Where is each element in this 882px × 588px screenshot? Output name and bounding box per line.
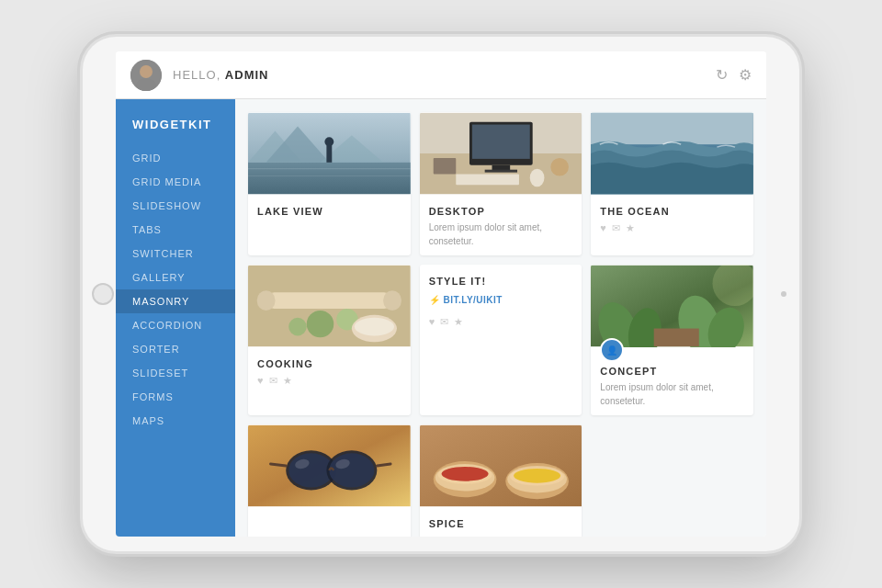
svg-rect-27 — [383, 290, 401, 311]
spice-title: SPICE — [429, 518, 573, 529]
svg-line-46 — [377, 464, 390, 466]
cooking-comment-icon[interactable]: ✉ — [269, 375, 277, 387]
sidebar: WIDGETKIT GRID GRID MEDIA SLIDESHOW TABS… — [116, 99, 235, 537]
cooking-card-body: COOKING ♥ ✉ ★ — [248, 351, 411, 394]
svg-point-44 — [329, 453, 374, 487]
style-it-actions: ♥ ✉ ★ — [429, 316, 573, 328]
card-cooking: COOKING ♥ ✉ ★ — [248, 265, 411, 415]
ocean-star-icon[interactable]: ★ — [626, 222, 635, 234]
ocean-actions: ♥ ✉ ★ — [600, 222, 744, 234]
concept-text: Lorem ipsum dolor sit amet, consetetur. — [600, 380, 744, 408]
style-star-icon[interactable]: ★ — [454, 316, 463, 328]
card-desktop: DESKTOP Lorem ipsum dolor sit amet, cons… — [420, 112, 582, 255]
avatar — [130, 60, 162, 91]
ocean-comment-icon[interactable]: ✉ — [612, 222, 620, 234]
cooking-title: COOKING — [257, 358, 401, 369]
masonry-grid: LAKE VIEW — [248, 112, 753, 537]
svg-rect-4 — [248, 163, 411, 194]
sidebar-item-slideshow[interactable]: SLIDESHOW — [116, 194, 235, 218]
svg-point-28 — [307, 311, 334, 337]
svg-point-30 — [288, 318, 307, 336]
svg-rect-38 — [654, 329, 699, 347]
svg-line-45 — [271, 464, 287, 466]
svg-point-1 — [140, 65, 153, 78]
style-it-card-body: STYLE IT! ⚡ BIT.LY/UIKIT ♥ ✉ ★ — [420, 265, 582, 339]
svg-rect-8 — [326, 144, 332, 163]
lake-view-card-body: LAKE VIEW — [248, 198, 411, 228]
card-sunglasses — [248, 424, 411, 537]
sidebar-item-switcher[interactable]: SWITCHER — [116, 242, 235, 266]
card-concept: 👤 CONCEPT Lorem ipsum dolor sit amet, co… — [591, 265, 753, 415]
card-ocean: THE OCEAN ♥ ✉ ★ — [591, 112, 753, 255]
sidebar-item-gallery[interactable]: GALLERY — [116, 266, 235, 289]
greeting-text: HELLO, ADMIN — [173, 68, 268, 82]
content-area: LAKE VIEW — [235, 99, 766, 537]
tablet-frame: HELLO, ADMIN ↻ ⚙ WIDGETKIT GRID GRID MED… — [83, 37, 799, 551]
main: WIDGETKIT GRID GRID MEDIA SLIDESHOW TABS… — [116, 99, 766, 537]
style-comment-icon[interactable]: ✉ — [440, 316, 448, 328]
settings-icon[interactable]: ⚙ — [739, 66, 752, 84]
svg-point-32 — [355, 318, 394, 336]
sidebar-item-accordion[interactable]: ACCORDION — [116, 313, 235, 337]
cooking-actions: ♥ ✉ ★ — [257, 375, 401, 387]
card-style-it: STYLE IT! ⚡ BIT.LY/UIKIT ♥ ✉ ★ — [420, 265, 582, 415]
lake-view-title: LAKE VIEW — [257, 206, 401, 217]
ocean-heart-icon[interactable]: ♥ — [600, 222, 606, 234]
style-heart-icon[interactable]: ♥ — [429, 316, 435, 328]
cooking-heart-icon[interactable]: ♥ — [257, 375, 264, 387]
svg-point-19 — [529, 169, 544, 187]
desktop-card-body: DESKTOP Lorem ipsum dolor sit amet, cons… — [420, 198, 582, 255]
svg-point-57 — [514, 469, 560, 483]
style-it-link[interactable]: ⚡ BIT.LY/UIKIT — [429, 295, 503, 305]
ocean-card-body: THE OCEAN ♥ ✉ ★ — [591, 198, 753, 242]
style-it-title: STYLE IT! — [429, 276, 573, 287]
screen: HELLO, ADMIN ↻ ⚙ WIDGETKIT GRID GRID MED… — [116, 51, 766, 537]
sidebar-item-tabs[interactable]: TABS — [116, 218, 235, 242]
header-left: HELLO, ADMIN — [130, 60, 716, 91]
svg-rect-20 — [433, 158, 456, 175]
sidebar-item-grid-media[interactable]: GRID MEDIA — [116, 170, 235, 194]
svg-point-53 — [441, 467, 488, 481]
svg-rect-17 — [484, 170, 516, 173]
sidebar-title: WIDGETKIT — [116, 110, 235, 146]
svg-rect-15 — [472, 125, 530, 159]
sidebar-item-grid[interactable]: GRID — [116, 146, 235, 170]
svg-rect-26 — [257, 290, 276, 311]
desktop-text: Lorem ipsum dolor sit amet, consetetur. — [429, 220, 573, 248]
refresh-icon[interactable]: ↻ — [716, 66, 728, 84]
desktop-title: DESKTOP — [429, 206, 573, 217]
sidebar-item-sorter[interactable]: SORTER — [116, 337, 235, 361]
svg-point-21 — [550, 158, 569, 176]
header-icons: ↻ ⚙ — [716, 66, 752, 84]
card-lake-view: LAKE VIEW — [248, 112, 411, 255]
sidebar-item-slideset[interactable]: SLIDESET — [116, 361, 235, 385]
spice-card-body: SPICE — [420, 511, 582, 537]
concept-title: CONCEPT — [600, 366, 744, 377]
cooking-star-icon[interactable]: ★ — [283, 375, 292, 387]
svg-rect-18 — [456, 175, 519, 186]
header: HELLO, ADMIN ↻ ⚙ — [116, 51, 766, 99]
sidebar-item-forms[interactable]: FORMS — [116, 385, 235, 409]
svg-rect-25 — [266, 292, 392, 309]
sidebar-item-maps[interactable]: MAPS — [116, 409, 235, 433]
svg-rect-23 — [591, 113, 753, 144]
card-spice: SPICE — [420, 424, 582, 537]
sidebar-item-masonry[interactable]: MASONRY — [116, 289, 235, 313]
ocean-title: THE OCEAN — [600, 206, 744, 217]
svg-point-9 — [324, 137, 334, 146]
